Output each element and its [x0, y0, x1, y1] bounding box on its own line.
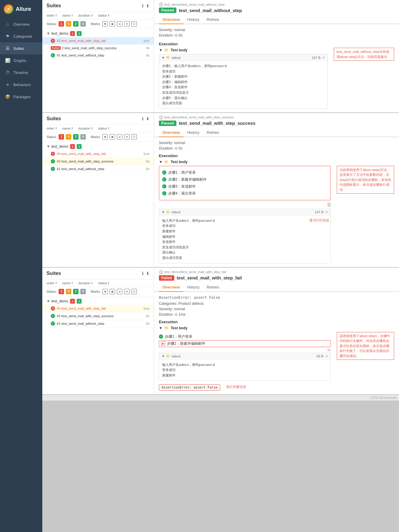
tab-history-2[interactable]: History [184, 128, 203, 137]
expand-icon[interactable]: ⤢ [322, 56, 325, 60]
test-body-header-3[interactable]: ▼ 📁 Test body [159, 326, 394, 330]
download-icon-3[interactable]: ⬇ [146, 271, 150, 276]
mark-4[interactable]: ● [124, 21, 130, 27]
tab-history-1[interactable]: History [184, 15, 203, 24]
tab-retries-3[interactable]: Retries [203, 283, 223, 292]
sidebar-item-categories[interactable]: ⚑ Categories [0, 30, 42, 42]
test-row-2-2[interactable]: ✓ #2 test_send_mail_with_step_success 0s [42, 158, 154, 165]
mark-2-1[interactable]: ■ [102, 134, 108, 140]
badge-passed-3[interactable]: 2 [73, 289, 79, 294]
sidebar-item-overview[interactable]: ⌂ Overview [0, 18, 42, 30]
sort-status-3[interactable]: status⇕ [98, 281, 110, 285]
test-row-2-1[interactable]: ✕ #3 test_send_mail_with_step_fail 1ms [42, 150, 154, 158]
suites-pane-1: Suites ℹ ⬇ order⇕ name⇕ duration⇕ status… [42, 0, 154, 112]
sort-name-3[interactable]: name⇕ [62, 281, 74, 285]
sidebar-item-timeline[interactable]: ⏱ Timeline [0, 66, 42, 79]
test-row-3-3[interactable]: ✓ #1 test_send_mail_without_step 0s [42, 320, 154, 327]
test-row-3[interactable]: ✓ #1 test_send_mail_without_step 0s [42, 52, 154, 59]
tab-overview-2[interactable]: Overview [159, 128, 184, 137]
test-row-3-2[interactable]: ✓ #2 test_send_mail_with_step_success 0s [42, 312, 154, 320]
tab-retries-1[interactable]: Retries [203, 15, 223, 24]
badge-skipped-2[interactable]: 0 [80, 134, 86, 140]
badge-failed[interactable]: 1 [59, 21, 64, 27]
test-duration-1: 1ms [143, 39, 150, 43]
mark-3-3[interactable]: ◎ [117, 289, 122, 294]
badge-passed-2[interactable]: 2 [73, 134, 79, 140]
tab-history-3[interactable]: History [184, 283, 203, 292]
sort-name[interactable]: name⇕ [62, 14, 74, 17]
sidebar-item-packages[interactable]: 📦 Packages [0, 91, 42, 103]
test-row-2[interactable]: Failed 2 test_send_mail_with_step_succes… [42, 45, 154, 52]
expand-icon-3[interactable]: ⤢ [325, 354, 328, 358]
sort-duration[interactable]: duration⇕ [78, 14, 93, 17]
marks-label-2: Marks: [91, 135, 101, 139]
sort-duration-3[interactable]: duration⇕ [78, 281, 93, 285]
test-body-header-2[interactable]: ▼ 📁 Test body [159, 160, 394, 164]
info-icon[interactable]: ℹ [142, 3, 143, 8]
download-icon[interactable]: ⬇ [146, 3, 150, 8]
mark-2[interactable]: ◉ [110, 21, 115, 27]
test-row-2-3[interactable]: ✓ #1 test_send_mail_without_step 0s [42, 165, 154, 173]
expand-icon-2[interactable]: ⤢ [325, 210, 328, 214]
tree-count-red: 1 [70, 31, 75, 36]
badge-broken-2[interactable]: 0 [66, 134, 71, 140]
detail-body-3: AssertionError: assert False Categories:… [154, 292, 399, 395]
suites-icon: ☰ [5, 46, 10, 51]
sort-status[interactable]: status⇕ [98, 14, 110, 17]
badge-skipped-3[interactable]: 0 [80, 289, 86, 294]
sidebar-item-label: Overview [13, 22, 30, 27]
test-row-3-1[interactable]: ✕ #3 test_send_mail_with_step_fail 1ms [42, 305, 154, 312]
sort-row-3: order⇕ name⇕ duration⇕ status⇕ [42, 279, 154, 287]
badge-broken-3[interactable]: 0 [66, 289, 71, 294]
test-body-header-1[interactable]: ▼ 📁 Test body [159, 48, 328, 52]
suites-pane-3: Suites ℹ ⬇ order⇕ name⇕ duration⇕ status… [42, 268, 154, 395]
sidebar-item-graphs[interactable]: 📊 Graphs [0, 54, 42, 66]
step-check-icon-2-2: ✓ [162, 177, 166, 182]
tab-overview-3[interactable]: Overview [159, 283, 184, 292]
mark-3-1[interactable]: ■ [102, 289, 108, 294]
detail-test-name-2: test_send_mail_with_step_success [179, 121, 255, 126]
tree-expand-icon-2[interactable]: ▼ [47, 144, 50, 149]
sort-duration-2[interactable]: duration⇕ [78, 127, 93, 130]
mark-3-2[interactable]: ◉ [110, 289, 115, 294]
badge-failed-2[interactable]: 1 [59, 134, 64, 140]
test-row-1[interactable]: ✕ #3 test_send_mail_with_step_fail 1ms [42, 37, 154, 45]
tree-expand-icon-3[interactable]: ▼ [47, 299, 50, 303]
stdout-header-1: ▼ 📁 stdout 197 B ⤢ [159, 54, 327, 61]
info-icon-2[interactable]: ℹ [142, 116, 143, 121]
sidebar-item-behaviors[interactable]: ≡ Behaviors [0, 79, 42, 91]
mark-1[interactable]: ■ [102, 21, 108, 27]
mark-3-4[interactable]: ● [124, 289, 130, 294]
status-row-2: Status: 1 0 2 0 Marks: ■ ◉ ◎ ● ☑ [42, 132, 154, 142]
tab-overview-1[interactable]: Overview [159, 15, 184, 24]
sort-status-2[interactable]: status⇕ [98, 127, 110, 130]
suites-title-2: Suites [47, 116, 61, 121]
mark-2-3[interactable]: ◎ [117, 134, 122, 140]
breadcrumb-icon-2: 📋 [159, 115, 163, 119]
test-duration-3-3: 0s [146, 322, 150, 325]
mark-2-5[interactable]: ☑ [131, 134, 137, 140]
badge-passed[interactable]: 2 [73, 21, 79, 27]
badge-broken[interactable]: 0 [66, 21, 71, 27]
sidebar-item-label: Behaviors [13, 82, 31, 87]
badge-failed-3[interactable]: 1 [59, 289, 64, 294]
mark-3[interactable]: ◎ [117, 21, 122, 27]
mark-2-4[interactable]: ● [124, 134, 130, 140]
mark-3-5[interactable]: ☑ [131, 289, 137, 294]
tree-expand-icon[interactable]: ▼ [47, 31, 50, 36]
mark-2-2[interactable]: ◉ [110, 134, 115, 140]
info-icon-3[interactable]: ℹ [142, 271, 143, 276]
badge-skipped[interactable]: 0 [80, 21, 86, 27]
sort-order[interactable]: order⇕ [47, 14, 57, 17]
sort-order-2[interactable]: order⇕ [47, 127, 57, 130]
tab-retries-2[interactable]: Retries [203, 128, 223, 137]
sidebar-item-suites[interactable]: ☰ Suites [0, 42, 42, 54]
breadcrumb-1: 📋 test_demo#test_send_mail_without_step [154, 0, 399, 8]
test-duration-3-1: 1ms [143, 307, 150, 310]
sort-name-2[interactable]: name⇕ [62, 127, 74, 130]
mark-5[interactable]: ☑ [131, 21, 137, 27]
test-duration-3: 0s [146, 53, 150, 57]
download-icon-2[interactable]: ⬇ [146, 116, 150, 121]
sort-order-3[interactable]: order⇕ [47, 281, 57, 285]
test-body-section-1: ▼ 📁 Test body ▼ 📁 stdout [159, 48, 328, 109]
